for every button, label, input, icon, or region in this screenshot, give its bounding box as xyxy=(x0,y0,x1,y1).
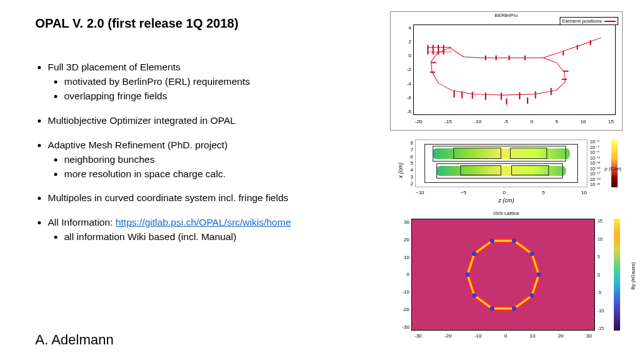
lattice-ring xyxy=(425,232,582,317)
figure-title: BERlinPro xyxy=(495,13,518,18)
sub-bullet: more resolution in space charge calc. xyxy=(64,168,362,181)
plot-axes: -30-20-100102030 3020100-10-20-30 xyxy=(411,219,595,331)
slide-title: OPAL V. 2.0 (first release 1Q 2018) xyxy=(35,16,350,31)
svg-point-39 xyxy=(512,238,516,243)
sub-bullet: neighboring bunches xyxy=(64,153,362,167)
figure-title: ISIS Lattice xyxy=(494,211,519,216)
y-ticks: 8765432 xyxy=(402,140,413,187)
svg-point-34 xyxy=(490,306,494,310)
sub-bullet: all information Wiki based (incl. Manual… xyxy=(64,231,362,244)
x-ticks: -30-20-100102030 xyxy=(412,333,594,339)
svg-point-37 xyxy=(472,251,477,256)
sub-bullet: motivated by BerlinPro (ERL) requirement… xyxy=(64,75,362,89)
figure-berlinpro: BERlinPro Element positions xyxy=(390,11,623,131)
svg-marker-30 xyxy=(467,241,538,309)
bullet-item: Adaptive Mesh Refinement (PhD. project) … xyxy=(48,139,362,181)
info-link[interactable]: https://gitlab.psi.ch/OPAL/src/wikis/hom… xyxy=(116,217,291,228)
svg-point-31 xyxy=(536,272,541,277)
y-ticks: 3020100-10-20-30 xyxy=(396,219,409,330)
legend-label: Element positions xyxy=(562,18,602,24)
colorbar-label: By (kGauss) xyxy=(630,262,635,290)
bullet-item: All Information: https://gitlab.psi.ch/O… xyxy=(48,216,362,244)
svg-point-38 xyxy=(490,238,494,243)
colorbar xyxy=(614,219,620,331)
svg-point-35 xyxy=(472,293,477,298)
bullet-text: Adaptive Mesh Refinement (PhD. project) xyxy=(48,140,228,150)
colorbar-ticks: 151050-5-10-15 xyxy=(597,219,613,331)
bullet-text: All Information: xyxy=(48,217,116,228)
plot-axes: -20-15-10-5051015 420-2-4-6-8 xyxy=(413,25,616,115)
author-name: A. Adelmann xyxy=(35,332,114,348)
svg-point-40 xyxy=(530,251,534,256)
bullet-item: Multiobjective Optimizer integrated in O… xyxy=(48,114,362,128)
svg-point-33 xyxy=(512,306,516,310)
y-ticks: 420-2-4-6-8 xyxy=(397,25,411,114)
plot-axes: −10−50510 8765432 xyxy=(415,140,587,187)
bullet-text: Full 3D placement of Elements xyxy=(48,62,180,72)
x-ticks: −10−50510 xyxy=(416,190,587,195)
svg-point-32 xyxy=(530,293,534,298)
bullet-item: Full 3D placement of Elements motivated … xyxy=(48,61,362,103)
svg-point-36 xyxy=(465,272,470,277)
axis-label-x: z (cm) xyxy=(499,197,514,204)
colorbar xyxy=(611,140,618,187)
element-positions-drawing xyxy=(423,34,606,106)
x-ticks: -20-15-10-5051015 xyxy=(414,119,615,124)
figure-amr: x (cm) z (cm) −10−50510 8765432 xyxy=(390,136,623,205)
colorbar-label: ρ (C/m) xyxy=(604,166,621,172)
figure-isis-lattice: ISIS Lattice -30-20-10 xyxy=(390,210,623,342)
colorbar-ticks: 10⁻⁵10⁻⁷10⁻⁹10⁻¹¹10⁻¹³10⁻¹⁵10⁻¹⁷10⁻¹⁹10⁻… xyxy=(590,140,610,187)
sub-bullet: overlapping fringe fields xyxy=(64,90,362,103)
bullet-column: Full 3D placement of Elements motivated … xyxy=(35,61,362,255)
bullet-item: Multipoles in curved coordinate system i… xyxy=(48,192,362,205)
